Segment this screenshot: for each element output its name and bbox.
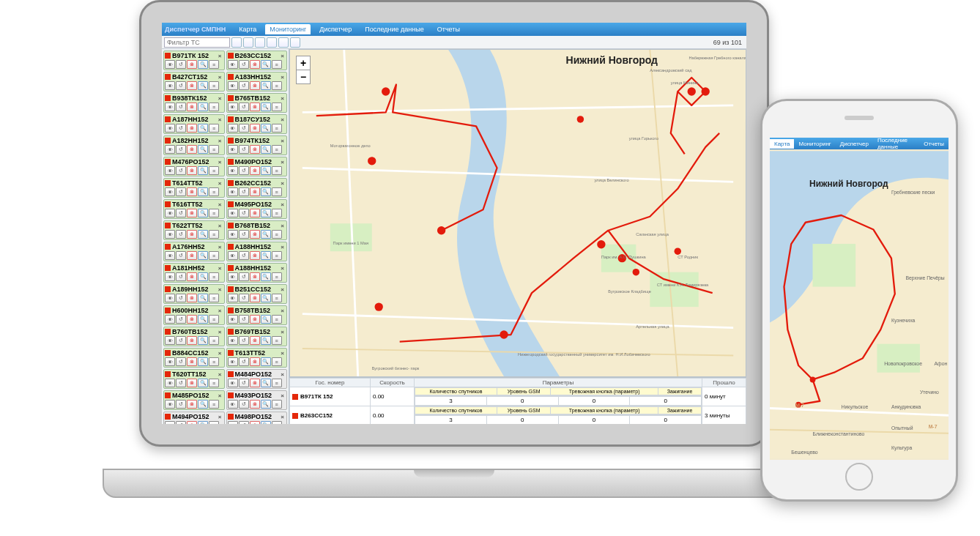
close-icon[interactable]: × [217,392,223,399]
zoom-icon[interactable]: 🔍 [198,166,208,175]
menu-icon[interactable]: ≡ [209,124,219,133]
menu-icon[interactable]: ≡ [209,421,219,424]
eye-icon[interactable]: 👁 [165,209,175,217]
menu-icon[interactable]: ≡ [272,103,282,111]
vehicle-card[interactable]: А182НН152×👁↺⊗🔍≡ [163,135,225,155]
zoom-icon[interactable]: 🔍 [198,357,208,366]
close-icon[interactable]: × [279,53,286,59]
zoom-icon[interactable]: 🔍 [261,272,271,281]
zoom-icon[interactable]: 🔍 [198,421,208,424]
zoom-icon[interactable]: 🔍 [261,379,271,387]
menu-icon[interactable]: ≡ [209,379,219,387]
menu-icon[interactable]: ≡ [209,336,219,345]
vehicle-card[interactable]: М498РО152×👁↺⊗🔍≡ [226,412,288,424]
close-icon[interactable]: × [279,201,286,208]
toolbar-icon-refresh[interactable] [231,37,242,48]
menu-icon[interactable]: ≡ [209,357,219,366]
close-icon[interactable]: × [217,116,223,123]
phone-tab-map[interactable]: Карта [770,139,794,149]
route-icon[interactable]: ↺ [239,124,249,133]
cancel-icon[interactable]: ⊗ [250,209,260,217]
zoom-out-button[interactable]: − [296,70,311,84]
eye-icon[interactable]: 👁 [228,209,238,217]
route-icon[interactable]: ↺ [239,400,249,409]
route-icon[interactable]: ↺ [239,187,249,196]
menu-icon[interactable]: ≡ [209,60,219,69]
route-icon[interactable]: ↺ [176,272,186,281]
eye-icon[interactable]: 👁 [165,357,175,366]
vehicle-card[interactable]: В884СС152×👁↺⊗🔍≡ [163,348,225,368]
cancel-icon[interactable]: ⊗ [250,60,260,69]
vehicle-card[interactable]: А183НН152×👁↺⊗🔍≡ [226,72,288,92]
eye-icon[interactable]: 👁 [228,421,238,424]
cancel-icon[interactable]: ⊗ [250,81,260,90]
close-icon[interactable]: × [217,350,223,357]
cancel-icon[interactable]: ⊗ [187,357,197,366]
menu-icon[interactable]: ≡ [272,81,282,90]
zoom-icon[interactable]: 🔍 [261,294,271,302]
menu-icon[interactable]: ≡ [272,209,282,217]
nav-tab-monitoring[interactable]: Мониторинг [265,24,311,34]
nav-tab-reports[interactable]: Отчеты [433,24,464,34]
route-icon[interactable]: ↺ [239,145,249,154]
cancel-icon[interactable]: ⊗ [187,421,197,424]
route-icon[interactable]: ↺ [176,209,186,217]
zoom-icon[interactable]: 🔍 [198,272,208,281]
menu-icon[interactable]: ≡ [209,103,219,111]
menu-icon[interactable]: ≡ [209,145,219,154]
table-row[interactable]: В263СС1520.00Количество спутниковУровень… [290,406,746,415]
vehicle-card[interactable]: В938ТК152×👁↺⊗🔍≡ [163,93,225,113]
zoom-icon[interactable]: 🔍 [261,421,271,424]
route-icon[interactable]: ↺ [176,187,186,196]
menu-icon[interactable]: ≡ [272,60,282,69]
route-icon[interactable]: ↺ [176,166,186,175]
close-icon[interactable]: × [217,95,223,102]
zoom-icon[interactable]: 🔍 [198,187,208,196]
route-icon[interactable]: ↺ [239,251,249,260]
close-icon[interactable]: × [279,74,286,81]
zoom-icon[interactable]: 🔍 [198,315,208,324]
route-icon[interactable]: ↺ [239,81,249,90]
vehicle-card[interactable]: В758ТВ152×👁↺⊗🔍≡ [226,305,288,325]
eye-icon[interactable]: 👁 [228,379,238,387]
zoom-icon[interactable]: 🔍 [261,145,271,154]
eye-icon[interactable]: 👁 [228,187,238,196]
close-icon[interactable]: × [279,223,286,229]
phone-tab-dispatcher[interactable]: Диспетчер [836,139,873,149]
cancel-icon[interactable]: ⊗ [250,400,260,409]
menu-icon[interactable]: ≡ [209,209,219,217]
close-icon[interactable]: × [217,74,223,81]
vehicle-card[interactable]: М485РО152×👁↺⊗🔍≡ [163,390,225,410]
eye-icon[interactable]: 👁 [228,166,238,175]
vehicle-card[interactable]: В765ТВ152×👁↺⊗🔍≡ [226,93,288,113]
close-icon[interactable]: × [279,159,286,165]
route-icon[interactable]: ↺ [239,379,249,387]
close-icon[interactable]: × [279,180,286,187]
eye-icon[interactable]: 👁 [165,400,175,409]
eye-icon[interactable]: 👁 [165,272,175,281]
eye-icon[interactable]: 👁 [228,400,238,409]
zoom-icon[interactable]: 🔍 [261,315,271,324]
route-icon[interactable]: ↺ [239,230,249,239]
cancel-icon[interactable]: ⊗ [250,379,260,387]
cancel-icon[interactable]: ⊗ [187,230,197,239]
toolbar-icon-expand[interactable] [278,37,289,48]
close-icon[interactable]: × [217,265,223,272]
route-icon[interactable]: ↺ [176,315,186,324]
vehicle-card[interactable]: А188НН152×👁↺⊗🔍≡ [226,242,288,261]
cancel-icon[interactable]: ⊗ [250,103,260,111]
vehicle-card[interactable]: А181НН52×👁↺⊗🔍≡ [163,263,225,283]
menu-icon[interactable]: ≡ [272,230,282,239]
cancel-icon[interactable]: ⊗ [187,103,197,111]
eye-icon[interactable]: 👁 [165,421,175,424]
vehicle-card[interactable]: М494РО152×👁↺⊗🔍≡ [163,412,225,424]
eye-icon[interactable]: 👁 [165,124,175,133]
zoom-icon[interactable]: 🔍 [198,81,208,90]
menu-icon[interactable]: ≡ [272,187,282,196]
cancel-icon[interactable]: ⊗ [250,336,260,345]
menu-icon[interactable]: ≡ [209,187,219,196]
route-icon[interactable]: ↺ [176,294,186,302]
route-icon[interactable]: ↺ [176,145,186,154]
route-icon[interactable]: ↺ [239,60,249,69]
zoom-icon[interactable]: 🔍 [198,60,208,69]
